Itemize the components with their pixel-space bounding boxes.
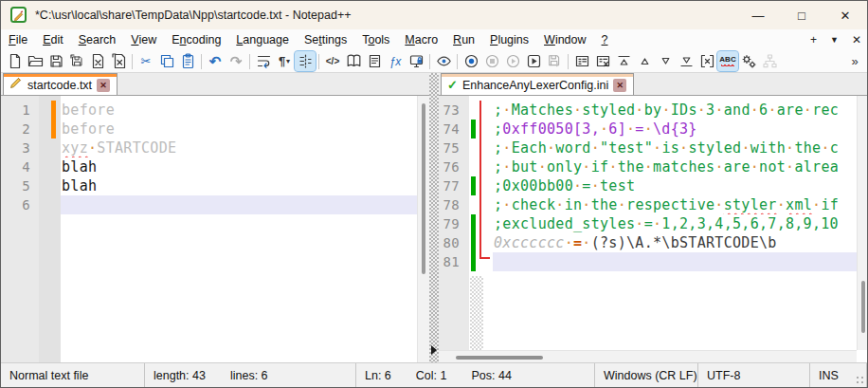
- save-file-button[interactable]: [45, 51, 66, 71]
- copy-button[interactable]: [156, 51, 177, 71]
- cut-button[interactable]: ✂: [136, 51, 156, 71]
- macro-run-multiple-button[interactable]: [523, 51, 544, 71]
- menu-view[interactable]: View: [123, 31, 164, 48]
- code-line-81[interactable]: 81: [439, 252, 868, 271]
- function-list-button[interactable]: ƒx: [385, 51, 406, 71]
- save-all-button[interactable]: [66, 51, 87, 71]
- line-text: [493, 252, 868, 271]
- code-line-73[interactable]: 73;·Matches·styled·by·IDs·3·and·6·are·re…: [439, 101, 868, 120]
- code-line-76[interactable]: 76;·but·only·if·the·matches·are·not·alre…: [439, 157, 868, 176]
- indent-guide-icon: [298, 53, 314, 69]
- word-wrap-button[interactable]: [253, 51, 274, 71]
- code-line-4[interactable]: 4blah: [1, 157, 429, 176]
- menu-run[interactable]: Run: [445, 31, 482, 48]
- minimize-button[interactable]: —: [736, 1, 780, 29]
- document-map-button[interactable]: [343, 51, 364, 71]
- menu-window[interactable]: Window: [536, 31, 593, 48]
- document-list-icon: [367, 53, 383, 69]
- toolbar-overflow-button[interactable]: »: [844, 51, 865, 71]
- user-defined-language-button[interactable]: </>: [322, 51, 343, 71]
- macro-play-button[interactable]: [502, 51, 523, 71]
- right-editor[interactable]: 73;·Matches·styled·by·IDs·3·and·6·are·re…: [439, 96, 868, 362]
- whitespace-dot: ·: [768, 102, 776, 119]
- redo-button[interactable]: ↷: [226, 51, 246, 71]
- new-tab-button[interactable]: +: [810, 33, 817, 46]
- indent-guide-button[interactable]: [295, 51, 316, 71]
- pane-splitter[interactable]: [429, 73, 439, 362]
- copy-icon: [159, 53, 175, 69]
- menu-settings[interactable]: Settings: [297, 31, 354, 48]
- change-marker-green: [471, 233, 476, 252]
- open-file-button[interactable]: [25, 51, 45, 71]
- code-line-77[interactable]: 77;0x00bb00·=·test: [439, 176, 868, 195]
- distraction-free-button[interactable]: [406, 51, 426, 71]
- menu-macro[interactable]: Macro: [397, 31, 445, 48]
- maximize-button[interactable]: □: [780, 1, 823, 29]
- undo-button[interactable]: ↶: [205, 51, 226, 71]
- spell-check-button[interactable]: ABC: [717, 51, 738, 71]
- toolbar-separator: [568, 54, 569, 69]
- menu-edit[interactable]: Edit: [35, 31, 71, 48]
- plugin-grid-button[interactable]: [571, 51, 592, 71]
- left-editor[interactable]: 1before2before3xyz·STARTCODE4blah5blah6: [1, 96, 429, 362]
- menu-tools[interactable]: Tools: [354, 31, 397, 48]
- monitoring-button[interactable]: [433, 51, 454, 71]
- plugin-gears-button[interactable]: [738, 51, 759, 71]
- line-number: 1: [1, 101, 39, 120]
- status-column: Col: 1: [416, 369, 447, 382]
- left-vertical-scrollbar[interactable]: [417, 96, 429, 362]
- new-file-button[interactable]: [4, 51, 25, 71]
- menu-plugins[interactable]: Plugins: [482, 31, 536, 48]
- line-number: 75: [439, 139, 469, 157]
- close-button[interactable]: ✕: [823, 1, 867, 29]
- code-line-2[interactable]: 2before: [1, 120, 429, 139]
- clear-marks-button[interactable]: [696, 51, 717, 71]
- code-line-78[interactable]: 78;·check·in·the·respective·styler·xml·i…: [439, 195, 868, 214]
- line-text: xyz·STARTCODE: [61, 139, 429, 157]
- plugin-tree-button[interactable]: [759, 51, 780, 71]
- code-line-74[interactable]: 74;0xff0050[3,·6]·=·\d{3}: [439, 120, 868, 139]
- menu-language[interactable]: Language: [228, 31, 297, 48]
- document-list-button[interactable]: [364, 51, 385, 71]
- tab-close-icon[interactable]: ✕: [97, 79, 110, 92]
- tab-close-icon[interactable]: ✕: [613, 79, 626, 92]
- menu-search[interactable]: Search: [71, 31, 124, 48]
- code-line-5[interactable]: 5blah: [1, 176, 429, 195]
- macro-stop-button[interactable]: [481, 51, 502, 71]
- toolbar-separator: [318, 54, 319, 69]
- code-line-6[interactable]: 6: [1, 195, 429, 214]
- code-line-80[interactable]: 800xcccccc·=·(?s)\A.*\bSTARTCODE\b: [439, 233, 868, 252]
- right-horizontal-scrollbar[interactable]: [439, 350, 857, 362]
- tab-list-button[interactable]: ▼: [830, 35, 839, 45]
- fold-collapse-button[interactable]: [634, 51, 655, 71]
- macro-save-button[interactable]: [544, 51, 565, 71]
- plugin-grid-x-button[interactable]: [592, 51, 613, 71]
- right-hscrollbar-thumb[interactable]: [456, 356, 543, 360]
- fold-expand-bottom-button[interactable]: [676, 51, 696, 71]
- left-scrollbar-thumb[interactable]: [422, 103, 425, 274]
- right-scrollbar-thumb[interactable]: [861, 281, 865, 333]
- right-vertical-scrollbar[interactable]: [857, 96, 868, 350]
- code-line-3[interactable]: 3xyz·STARTCODE: [1, 139, 429, 157]
- code-line-1[interactable]: 1before: [1, 101, 429, 120]
- close-tab-button[interactable]: ✕: [852, 33, 861, 46]
- close-all-button[interactable]: [108, 51, 129, 71]
- code-line-79[interactable]: 79;excluded_styles·=·1,2,3,4,5,6,7,8,9,1…: [439, 214, 868, 233]
- menu-file[interactable]: File: [1, 31, 35, 48]
- tab-enhanceanylexerconfig[interactable]: ✓ EnhanceAnyLexerConfig.ini ✕: [441, 73, 634, 95]
- menu-encoding[interactable]: Encoding: [164, 31, 228, 48]
- show-all-characters-icon: ¶▾: [279, 55, 290, 67]
- code-line-75[interactable]: 75;·Each·word·"test"·is·styled·with·the·…: [439, 139, 868, 157]
- resize-grip[interactable]: [856, 376, 865, 385]
- close-file-button[interactable]: [87, 51, 108, 71]
- menu-help[interactable]: ?: [594, 31, 616, 48]
- tab-startcode[interactable]: startcode.txt ✕: [3, 73, 118, 95]
- paste-button[interactable]: [177, 51, 198, 71]
- marker-margin: [39, 195, 61, 214]
- paste-icon: [180, 53, 196, 69]
- fold-collapse-top-button[interactable]: [613, 51, 634, 71]
- show-all-characters-button[interactable]: ¶▾: [274, 51, 295, 71]
- fold-expand-button[interactable]: [655, 51, 676, 71]
- line-number: 78: [439, 195, 469, 214]
- macro-record-button[interactable]: [461, 51, 481, 71]
